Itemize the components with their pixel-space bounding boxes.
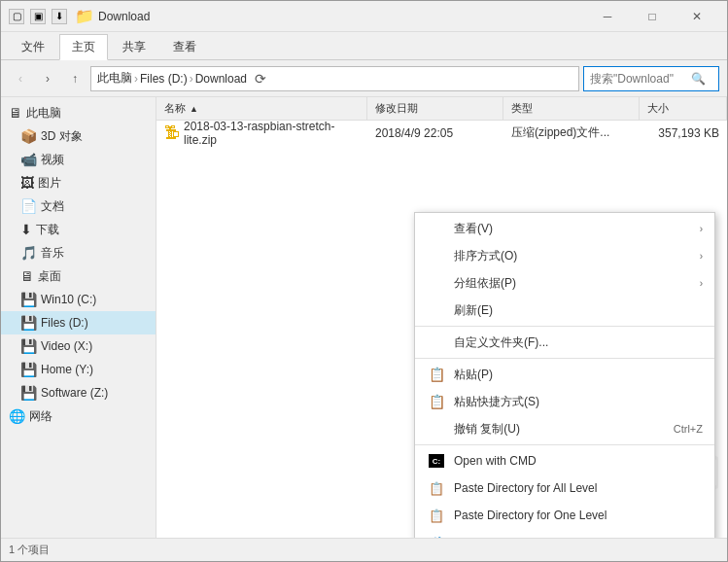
drive-z-icon: 💾: [20, 385, 37, 401]
search-input[interactable]: [590, 72, 687, 86]
ribbon: 文件 主页 共享 查看: [1, 32, 727, 60]
sidebar-label-z: Software (Z:): [41, 386, 108, 400]
menu-item-refresh[interactable]: 刷新(E): [415, 297, 714, 324]
sidebar-item-docs[interactable]: 📄 文档: [1, 194, 156, 218]
menu-label-customize: 自定义文件夹(F)...: [454, 334, 703, 351]
breadcrumb-folder[interactable]: Download: [195, 72, 247, 86]
menu-arrow-sort: ›: [700, 251, 703, 262]
menu-icon-cmd: C:: [427, 451, 446, 471]
menu-label-view: 查看(V): [454, 221, 692, 237]
sidebar-label-pictures: 图片: [38, 175, 61, 192]
search-icon: 🔍: [691, 72, 706, 86]
menu-icon-paste-all: 📋: [427, 478, 446, 498]
sidebar-item-music[interactable]: 🎵 音乐: [1, 241, 156, 264]
file-size-cell: 357,193 KB: [640, 126, 727, 140]
sidebar-item-computer[interactable]: 🖥 此电脑: [1, 101, 156, 124]
col-header-name[interactable]: 名称 ▲: [156, 97, 367, 120]
sidebar-label-y: Home (Y:): [41, 363, 93, 376]
menu-arrow-view: ›: [700, 224, 703, 234]
sidebar-label-music: 音乐: [41, 245, 64, 262]
search-box[interactable]: 🔍: [583, 66, 719, 91]
menu-icon-view: [427, 219, 446, 238]
sidebar-item-y[interactable]: 💾 Home (Y:): [1, 358, 156, 381]
menu-item-vscode[interactable]: ✗ Open with Code: [415, 529, 714, 538]
sidebar-item-x[interactable]: 💾 Video (X:): [1, 334, 156, 358]
titlebar: ▢ ▣ ⬇ 📁 Download ─ □ ✕: [1, 1, 727, 32]
table-row[interactable]: 🗜 2018-03-13-raspbian-stretch-lite.zip 2…: [156, 121, 727, 146]
sidebar-item-3dobj[interactable]: 📦 3D 对象: [1, 124, 156, 148]
file-type-cell: 压缩(zipped)文件...: [503, 124, 640, 141]
menu-item-paste[interactable]: 📋 粘贴(P): [415, 361, 714, 388]
sidebar-label-docs: 文档: [41, 198, 64, 215]
addressbar: ‹ › ↑ 此电脑 › Files (D:) › Download ⟳ 🔍: [1, 60, 727, 97]
music-icon: 🎵: [20, 245, 37, 261]
sidebar-item-desktop[interactable]: 🖥 桌面: [1, 264, 156, 288]
maximize-button[interactable]: □: [630, 1, 675, 32]
sidebar-item-z[interactable]: 💾 Software (Z:): [1, 381, 156, 404]
close-button[interactable]: ✕: [675, 1, 719, 32]
titlebar-icons: ▢ ▣ ⬇: [9, 9, 67, 24]
sidebar-item-network[interactable]: 🌐 网络: [1, 404, 156, 428]
forward-button[interactable]: ›: [36, 67, 59, 90]
menu-item-cmd[interactable]: C: Open with CMD: [415, 447, 714, 474]
file-name-cell: 🗜 2018-03-13-raspbian-stretch-lite.zip: [156, 121, 367, 147]
minimize-button[interactable]: ─: [585, 1, 630, 32]
menu-sep-3: [415, 444, 714, 445]
menu-icon-paste-one: 📋: [427, 506, 446, 525]
status-text: 1 个项目: [9, 543, 50, 557]
sidebar-item-pictures[interactable]: 🖼 图片: [1, 171, 156, 194]
col-header-size[interactable]: 大小: [640, 97, 727, 120]
sidebar-label-desktop: 桌面: [38, 268, 61, 285]
tab-file[interactable]: 文件: [9, 34, 57, 59]
tab-share[interactable]: 共享: [110, 34, 158, 59]
menu-sep-2: [415, 358, 714, 359]
menu-arrow-group: ›: [700, 278, 703, 289]
breadcrumb-computer[interactable]: 此电脑: [97, 70, 132, 87]
col-header-date[interactable]: 修改日期: [367, 97, 503, 120]
ribbon-tabs: 文件 主页 共享 查看: [1, 32, 727, 59]
network-icon: 🌐: [9, 408, 25, 424]
tab-home[interactable]: 主页: [59, 34, 108, 60]
sidebar-item-video[interactable]: 📹 视频: [1, 148, 156, 171]
refresh-button[interactable]: ⟳: [255, 71, 266, 87]
col-header-type[interactable]: 类型: [503, 97, 640, 120]
menu-item-customize[interactable]: 自定义文件夹(F)...: [415, 329, 714, 356]
sidebar-item-downloads[interactable]: ⬇ 下载: [1, 218, 156, 241]
menu-label-cmd: Open with CMD: [454, 454, 703, 468]
sidebar-label-computer: 此电脑: [26, 105, 61, 122]
context-menu: 查看(V) › 排序方式(O) › 分组依据(P) ›: [414, 212, 715, 538]
menu-item-paste-all[interactable]: 📋 Paste Directory for All Level: [415, 474, 714, 502]
menu-item-view[interactable]: 查看(V) ›: [415, 215, 714, 242]
sidebar-item-c[interactable]: 💾 Win10 (C:): [1, 288, 156, 311]
computer-icon: 🖥: [9, 105, 22, 121]
sidebar-item-d[interactable]: 💾 Files (D:): [1, 311, 156, 334]
tab-view[interactable]: 查看: [160, 34, 209, 59]
breadcrumb: 此电脑 › Files (D:) › Download: [97, 70, 247, 87]
menu-item-group[interactable]: 分组依据(P) ›: [415, 269, 714, 297]
address-box[interactable]: 此电脑 › Files (D:) › Download ⟳: [90, 66, 579, 91]
menu-label-sort: 排序方式(O): [454, 248, 692, 264]
window-controls: ─ □ ✕: [585, 1, 719, 32]
menu-label-vscode: Open with Code: [454, 536, 703, 538]
sidebar-label-x: Video (X:): [41, 339, 92, 353]
titlebar-title: Download: [98, 10, 585, 23]
pictures-icon: 🖼: [20, 175, 34, 191]
zip-icon: 🗜: [164, 124, 180, 142]
menu-label-paste-one: Paste Directory for One Level: [454, 509, 703, 522]
up-button[interactable]: ↑: [63, 67, 87, 90]
menu-item-paste-shortcut[interactable]: 📋 粘贴快捷方式(S): [415, 388, 714, 415]
menu-item-undo[interactable]: 撤销 复制(U) Ctrl+Z: [415, 415, 714, 442]
menu-item-paste-one[interactable]: 📋 Paste Directory for One Level: [415, 502, 714, 529]
back-button[interactable]: ‹: [9, 67, 32, 90]
menu-item-sort[interactable]: 排序方式(O) ›: [415, 242, 714, 269]
sidebar-label-3dobj: 3D 对象: [41, 128, 83, 145]
breadcrumb-drive[interactable]: Files (D:): [140, 72, 188, 86]
breadcrumb-sep-1: ›: [134, 72, 138, 86]
menu-icon-undo: [427, 419, 446, 439]
3dobj-icon: 📦: [20, 128, 37, 144]
file-date-cell: 2018/4/9 22:05: [367, 126, 503, 140]
title-icon-3: ⬇: [52, 9, 67, 24]
drive-y-icon: 💾: [20, 362, 37, 377]
titlebar-folder-icon: 📁: [75, 7, 94, 25]
menu-label-paste: 粘贴(P): [454, 367, 703, 383]
